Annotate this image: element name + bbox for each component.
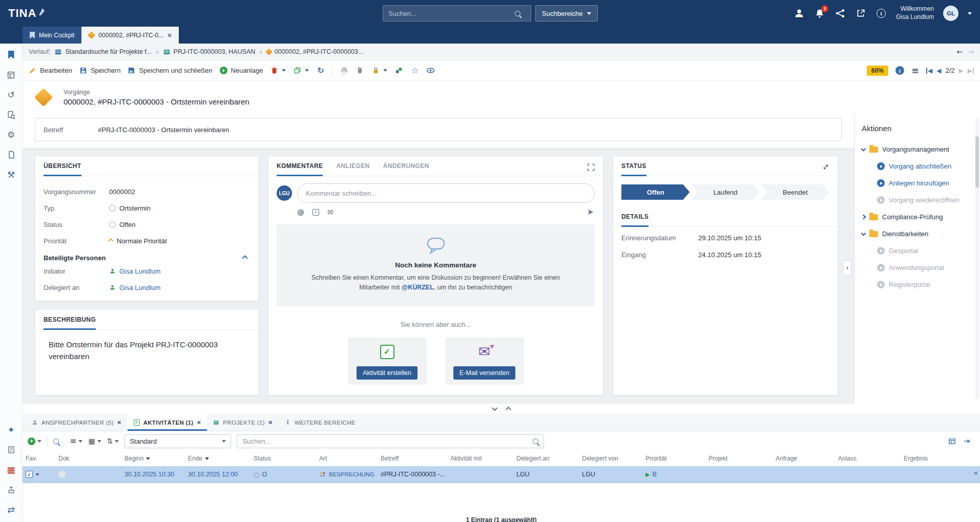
tab-ansprechpartner[interactable]: ANSPRECHPARTNER (5) ×	[26, 414, 128, 431]
collapse-section-chevron-icon[interactable]	[242, 255, 247, 261]
apps-window-icon[interactable]	[6, 70, 16, 80]
fullscreen-icon[interactable]	[587, 163, 595, 171]
betreff-field[interactable]: Betreff #PRJ-ITC-0000003 - Ortstermin ve…	[35, 118, 842, 141]
duplicate-icon[interactable]	[293, 66, 302, 75]
delegate-link[interactable]: Gisa Lundlum	[119, 284, 160, 291]
notifications-bell-icon[interactable]: 3	[814, 8, 825, 19]
new-activity-button[interactable]: +	[28, 437, 41, 445]
help-info-icon[interactable]: i	[875, 8, 887, 19]
favorites-bookmark-icon[interactable]	[6, 50, 16, 60]
column-header-anlass[interactable]: Anlass	[838, 455, 904, 462]
action-anliegen-hinzufuegen[interactable]: Anliegen hinzufügen	[862, 175, 973, 192]
history-icon[interactable]: ↺	[6, 90, 16, 100]
tree-folder-dienstbarkeiten[interactable]: Dienstbarkeiten	[862, 225, 973, 242]
collapse-down-chevron-icon[interactable]	[491, 405, 497, 411]
column-header-dok[interactable]: Dok	[58, 455, 124, 462]
sync-icon[interactable]: ⇄	[6, 505, 16, 515]
column-header-aktivitaet-mit[interactable]: Aktivität mit	[450, 455, 516, 462]
column-header-anfrage[interactable]: Anfrage	[776, 455, 838, 462]
global-search-input[interactable]	[388, 10, 515, 17]
tree-folder-compliance[interactable]: Compliance-Prüfung	[862, 208, 973, 225]
document-icon[interactable]	[6, 150, 16, 160]
collapse-panel-handle[interactable]: ›	[843, 260, 851, 276]
send-comment-icon[interactable]: ➤	[587, 208, 594, 216]
close-tab-icon[interactable]: ×	[197, 419, 201, 426]
view-mode-button[interactable]: ≡	[70, 437, 82, 445]
chevron-down-icon[interactable]	[861, 146, 866, 151]
menu-hamburger-icon[interactable]: ≡	[911, 66, 919, 75]
tab-uebersicht[interactable]: ÜBERSICHT	[44, 162, 81, 176]
tab-aenderungen[interactable]: ÄNDERUNGEN	[383, 162, 429, 176]
refresh-icon[interactable]: ↻	[316, 66, 325, 75]
column-header-delegiert-an[interactable]: Delegiert an	[516, 455, 582, 462]
notes-icon[interactable]	[6, 445, 16, 455]
status-step-laufend[interactable]: Laufend	[691, 184, 759, 200]
columns-button[interactable]: ▦	[88, 437, 101, 445]
initiator-link[interactable]: Gisa Lundlum	[119, 267, 160, 275]
calendar-grid-icon[interactable]: ▦	[6, 465, 16, 475]
search-icon[interactable]	[533, 439, 538, 444]
link-record-icon[interactable]	[394, 66, 403, 75]
row-checkbox[interactable]: ✓	[26, 471, 33, 478]
search-in-list-button[interactable]	[53, 439, 64, 444]
comment-input[interactable]	[297, 183, 595, 203]
view-select[interactable]: Standard	[124, 434, 231, 448]
column-header-delegiert-von[interactable]: Delegiert von	[582, 455, 645, 462]
tab-details[interactable]: DETAILS	[621, 213, 649, 227]
attachment-paperclip-icon[interactable]	[356, 66, 364, 75]
close-tab-icon[interactable]: ×	[268, 419, 273, 426]
radio-icon[interactable]	[109, 221, 116, 228]
lock-icon[interactable]	[371, 66, 380, 75]
share-icon[interactable]	[835, 8, 846, 19]
delete-trash-icon[interactable]	[270, 66, 279, 75]
send-email-button[interactable]: E-Mail versenden	[453, 366, 515, 380]
duplicate-options-chevron-icon[interactable]	[305, 69, 309, 72]
sort-button[interactable]: ⇅	[107, 437, 119, 445]
open-external-icon[interactable]	[855, 8, 866, 19]
first-record-icon[interactable]: ◀	[926, 68, 932, 74]
print-icon[interactable]	[340, 66, 348, 75]
breadcrumb-item-search[interactable]: Standardsuche für Projekte f...	[54, 48, 152, 56]
chevron-right-icon[interactable]	[861, 215, 866, 220]
user-avatar[interactable]: GL	[943, 6, 958, 21]
column-header-betreff[interactable]: Betreff	[381, 455, 450, 462]
tab-kommentare[interactable]: KOMMENTARE	[277, 162, 323, 176]
export-table-icon[interactable]	[948, 437, 956, 445]
info-icon[interactable]: i	[895, 66, 904, 75]
tab-projekte[interactable]: PROJEKTE (1) ×	[207, 414, 278, 431]
collapse-columns-icon[interactable]: «	[973, 469, 978, 476]
column-header-projekt[interactable]: Projekt	[708, 455, 776, 462]
tab-status[interactable]: STATUS	[621, 162, 647, 176]
tab-aktivitaeten[interactable]: ✓ AKTIVITÄTEN (1) ×	[128, 414, 207, 431]
column-header-ende[interactable]: Ende	[188, 455, 254, 462]
new-record-button[interactable]: + Neuanlage	[220, 67, 263, 74]
collapse-up-chevron-icon[interactable]	[505, 407, 511, 412]
dok-checkbox[interactable]	[58, 471, 66, 478]
tab-beschreibung[interactable]: BESCHREIBUNG	[44, 316, 96, 330]
last-record-icon[interactable]: ▶	[968, 68, 974, 74]
contacts-icon[interactable]	[794, 8, 805, 19]
list-search-input[interactable]	[237, 437, 533, 445]
history-back-icon[interactable]: ←	[957, 48, 963, 55]
next-record-icon[interactable]: ▶	[959, 68, 964, 74]
column-header-status[interactable]: Status	[254, 455, 319, 462]
status-step-offen[interactable]: Offen	[621, 184, 690, 200]
search-scope-button[interactable]: Suchbereiche	[535, 5, 598, 22]
tools-wrench-icon[interactable]: ⚒	[6, 170, 16, 180]
status-step-beendet[interactable]: Beendet	[761, 184, 829, 200]
document-search-icon[interactable]	[6, 110, 16, 120]
user-menu-chevron-icon[interactable]	[968, 12, 972, 15]
close-tab-icon[interactable]: ×	[117, 419, 121, 426]
task-checkbox-icon[interactable]: ✓	[312, 209, 319, 216]
lock-options-chevron-icon[interactable]	[383, 69, 387, 72]
breadcrumb-item-record[interactable]: 0000002, #PRJ-ITC-0000003...	[266, 48, 364, 55]
chevron-down-icon[interactable]	[861, 231, 866, 236]
watch-eye-icon[interactable]	[426, 66, 435, 75]
column-header-beginn[interactable]: Beginn	[124, 455, 188, 462]
column-header-art[interactable]: Art	[319, 455, 381, 462]
quality-badge[interactable]: 60%	[867, 66, 888, 76]
tab-weitere-bereiche[interactable]: ⋮ WEITERE BEREICHE	[279, 414, 362, 431]
search-icon[interactable]	[515, 11, 520, 16]
settings-gear-icon[interactable]: ⚙	[6, 130, 16, 140]
tab-mein-cockpit[interactable]: Mein Cockpit	[23, 27, 81, 44]
